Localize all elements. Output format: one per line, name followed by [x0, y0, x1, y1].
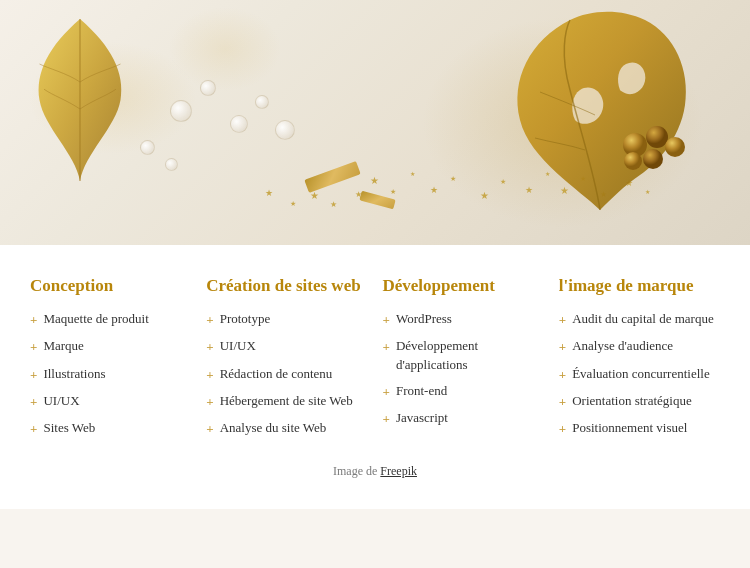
- list-item-text: Maquette de produit: [43, 310, 148, 328]
- svg-point-4: [624, 152, 642, 170]
- star-icon: ★: [450, 175, 456, 183]
- column-creation: Création de sites web+Prototype+UI/UX+Ré…: [206, 275, 382, 446]
- list-item-text: Positionnement visuel: [572, 419, 687, 437]
- crystal-decoration: [230, 115, 248, 133]
- plus-icon: +: [383, 311, 390, 329]
- svg-point-2: [665, 137, 685, 157]
- column-conception: Conception+Maquette de produit+Marque+Il…: [30, 275, 206, 446]
- list-item: +Prototype: [206, 310, 367, 329]
- list-item: +Évaluation concurrentielle: [559, 365, 720, 384]
- list-item-text: Analyse du site Web: [220, 419, 327, 437]
- list-item-text: UI/UX: [43, 392, 79, 410]
- plus-icon: +: [559, 393, 566, 411]
- star-icon: ★: [265, 188, 273, 198]
- plus-icon: +: [206, 338, 213, 356]
- list-item: +Développement d'applications: [383, 337, 544, 373]
- list-item-text: Développement d'applications: [396, 337, 544, 373]
- hero-section: ★ ★ ★ ★ ★ ★ ★ ★ ★ ★ ★ ★ ★ ★ ★ ★ ★ ★ ★: [0, 0, 750, 245]
- list-item-text: Évaluation concurrentielle: [572, 365, 710, 383]
- list-item: +Rédaction de contenu: [206, 365, 367, 384]
- column-title-conception: Conception: [30, 275, 191, 296]
- crystal-decoration: [200, 80, 216, 96]
- crystal-decoration: [255, 95, 269, 109]
- list-item: +UI/UX: [206, 337, 367, 356]
- column-developpement: Développement+WordPress+Développement d'…: [383, 275, 559, 446]
- list-item: +Hébergement de site Web: [206, 392, 367, 411]
- plus-icon: +: [206, 366, 213, 384]
- star-icon: ★: [430, 185, 438, 195]
- list-item-text: Rédaction de contenu: [220, 365, 333, 383]
- column-title-developpement: Développement: [383, 275, 544, 296]
- svg-point-1: [646, 126, 668, 148]
- column-title-creation: Création de sites web: [206, 275, 367, 296]
- gold-leaf-left: [20, 10, 140, 190]
- star-icon: ★: [480, 190, 489, 201]
- content-section: Conception+Maquette de produit+Marque+Il…: [0, 245, 750, 509]
- list-item: +Orientation stratégique: [559, 392, 720, 411]
- plus-icon: +: [206, 311, 213, 329]
- star-icon: ★: [370, 175, 379, 186]
- list-item-text: WordPress: [396, 310, 452, 328]
- plus-icon: +: [206, 393, 213, 411]
- list-item-text: Front-end: [396, 382, 447, 400]
- plus-icon: +: [30, 338, 37, 356]
- plus-icon: +: [30, 366, 37, 384]
- list-item-text: UI/UX: [220, 337, 256, 355]
- plus-icon: +: [559, 420, 566, 438]
- list-item-text: Sites Web: [43, 419, 95, 437]
- column-items-image-marque: +Audit du capital de marque+Analyse d'au…: [559, 310, 720, 438]
- plus-icon: +: [206, 420, 213, 438]
- svg-point-3: [643, 149, 663, 169]
- plus-icon: +: [383, 383, 390, 401]
- plus-icon: +: [559, 338, 566, 356]
- crystal-decoration: [165, 158, 178, 171]
- gold-balls-decoration: [615, 115, 695, 179]
- list-item: +Marque: [30, 337, 191, 356]
- list-item-text: Analyse d'audience: [572, 337, 673, 355]
- plus-icon: +: [559, 366, 566, 384]
- star-icon: ★: [330, 200, 337, 209]
- list-item: +Sites Web: [30, 419, 191, 438]
- footer-credit: Image de Freepik: [30, 446, 720, 489]
- column-image-marque: l'image de marque+Audit du capital de ma…: [559, 275, 720, 446]
- list-item-text: Orientation stratégique: [572, 392, 692, 410]
- crystal-decoration: [170, 100, 192, 122]
- column-title-image-marque: l'image de marque: [559, 275, 720, 296]
- freepik-link[interactable]: Freepik: [380, 464, 417, 478]
- list-item: +Javascript: [383, 409, 544, 428]
- plus-icon: +: [559, 311, 566, 329]
- list-item: +Audit du capital de marque: [559, 310, 720, 329]
- list-item: +Front-end: [383, 382, 544, 401]
- gold-leaf-right: [490, 0, 710, 220]
- list-item-text: Audit du capital de marque: [572, 310, 714, 328]
- crystal-decoration: [140, 140, 155, 155]
- star-icon: ★: [410, 170, 415, 177]
- list-item: +UI/UX: [30, 392, 191, 411]
- plus-icon: +: [383, 338, 390, 356]
- list-item: +Maquette de produit: [30, 310, 191, 329]
- list-item: +WordPress: [383, 310, 544, 329]
- list-item-text: Illustrations: [43, 365, 105, 383]
- plus-icon: +: [30, 420, 37, 438]
- plus-icon: +: [383, 410, 390, 428]
- ribbon-decoration: [359, 191, 395, 210]
- list-item-text: Javascript: [396, 409, 448, 427]
- list-item: +Analyse du site Web: [206, 419, 367, 438]
- list-item: +Positionnement visuel: [559, 419, 720, 438]
- crystal-decoration: [275, 120, 295, 140]
- list-item-text: Marque: [43, 337, 83, 355]
- list-item-text: Prototype: [220, 310, 271, 328]
- list-item: +Illustrations: [30, 365, 191, 384]
- plus-icon: +: [30, 393, 37, 411]
- columns-container: Conception+Maquette de produit+Marque+Il…: [30, 275, 720, 446]
- star-icon: ★: [290, 200, 296, 208]
- plus-icon: +: [30, 311, 37, 329]
- column-items-developpement: +WordPress+Développement d'applications+…: [383, 310, 544, 428]
- list-item: +Analyse d'audience: [559, 337, 720, 356]
- star-icon: ★: [390, 188, 396, 196]
- ribbon-decoration: [304, 161, 360, 193]
- column-items-creation: +Prototype+UI/UX+Rédaction de contenu+Hé…: [206, 310, 367, 438]
- list-item-text: Hébergement de site Web: [220, 392, 353, 410]
- column-items-conception: +Maquette de produit+Marque+Illustration…: [30, 310, 191, 438]
